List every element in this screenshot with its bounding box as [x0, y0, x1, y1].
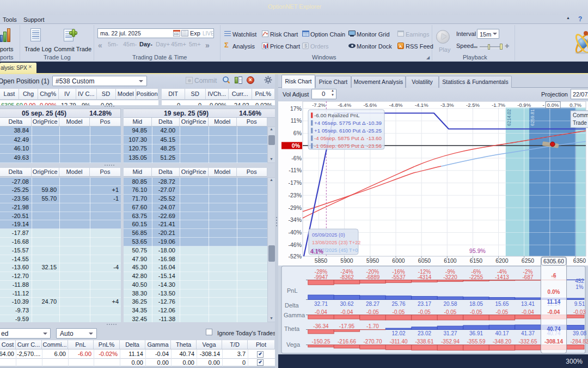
svg-text:-17.95: -17.95 [339, 323, 355, 329]
svg-text:-332.65: -332.65 [519, 339, 537, 345]
svg-text:-1.7%: -1.7% [492, 102, 505, 108]
svg-text:-4.8%: -4.8% [389, 102, 403, 108]
svg-text:9.51: 9.51 [574, 301, 585, 307]
svg-text:-29%: -29% [288, 204, 302, 211]
svg-text:-40%: -40% [288, 229, 302, 236]
svg-text:452: 452 [575, 278, 584, 284]
svg-text:Vega: Vega [286, 341, 301, 348]
svg-text:6000: 6000 [392, 257, 405, 264]
svg-text:-1.70: -1.70 [366, 323, 379, 329]
svg-text:-311.40: -311.40 [389, 339, 408, 345]
svg-text:-3220: -3220 [443, 274, 457, 280]
svg-text:-4 05sep. 5875 Put Δ: -4 05sep. 5875 Put Δ [314, 135, 365, 141]
svg-text:-6.4%: -6.4% [338, 102, 351, 108]
svg-text:30.62: 30.62 [340, 301, 353, 307]
svg-text:6214.02: 6214.02 [506, 109, 512, 126]
svg-text:-25.25: -25.25 [366, 128, 382, 134]
svg-text:-23%: -23% [288, 192, 302, 198]
svg-text:Trade: Trade [573, 120, 587, 126]
svg-text:-2.5%: -2.5% [466, 102, 480, 108]
svg-text:0.0%: 0.0% [547, 102, 559, 108]
svg-text:-0.04: -0.04 [548, 309, 560, 315]
svg-text:11.14: 11.14 [547, 299, 561, 305]
svg-text:4.1%: 4.1% [310, 248, 324, 255]
svg-text:-17%: -17% [288, 179, 302, 186]
svg-text:-6.00 Realized PnL: -6.00 Realized PnL [314, 112, 360, 118]
svg-text:-10.39: -10.39 [366, 120, 382, 126]
svg-text:6%: 6% [293, 130, 302, 136]
svg-text:-2255: -2255 [469, 274, 483, 280]
svg-text:PnL: PnL [287, 287, 298, 294]
svg-text:+4 05sep. 5775 Put Δ: +4 05sep. 5775 Put Δ [314, 120, 366, 126]
svg-text:-0.05: -0.05 [470, 309, 482, 315]
svg-text:Delta: Delta [285, 302, 299, 309]
svg-text:39.08: 39.08 [573, 330, 586, 336]
svg-text:0%: 0% [292, 142, 301, 149]
svg-text:-0.04: -0.04 [341, 309, 353, 315]
svg-text:Gamma: Gamma [284, 312, 305, 318]
svg-text:Theta: Theta [284, 325, 300, 332]
svg-text:-6%: -6% [291, 155, 302, 161]
svg-text:Comm: Comm [573, 112, 588, 118]
svg-text:95.9%: 95.9% [469, 248, 486, 254]
svg-text:13/08/2025 (23) T+22: 13/08/2025 (23) T+22 [312, 240, 361, 245]
svg-text:-0.05: -0.05 [496, 309, 509, 315]
svg-text:-36.34: -36.34 [313, 323, 329, 329]
svg-text:-284.83: -284.83 [571, 339, 588, 345]
svg-text:1%: 1% [575, 284, 584, 290]
svg-text:-52%: -52% [288, 253, 302, 260]
svg-text:13.41: 13.41 [521, 301, 535, 307]
svg-text:-46%: -46% [288, 242, 302, 248]
svg-text:-0.05: -0.05 [393, 309, 405, 315]
svg-text:-34%: -34% [288, 216, 302, 223]
svg-text:-687: -687 [522, 274, 533, 280]
svg-text:31.27: 31.27 [443, 330, 457, 336]
svg-text:-338.61: -338.61 [415, 339, 434, 345]
svg-text:-4314: -4314 [418, 274, 432, 280]
svg-text:-5537: -5537 [391, 274, 406, 280]
svg-text:18.05: 18.05 [469, 301, 483, 307]
svg-text:40.74: 40.74 [547, 326, 560, 332]
svg-text:-8362: -8362 [340, 274, 354, 280]
svg-text:-4.1%: -4.1% [415, 102, 428, 108]
svg-text:-308.14: -308.14 [544, 339, 563, 345]
svg-text:-0.04: -0.04 [522, 309, 534, 315]
svg-text:-0.03: -0.03 [573, 309, 586, 315]
svg-text:17%: 17% [290, 105, 302, 112]
svg-text:6259.81: 6259.81 [530, 109, 535, 126]
svg-text:5900: 5900 [340, 257, 353, 264]
svg-text:32.71: 32.71 [314, 301, 328, 307]
svg-text:-0.04: -0.04 [315, 309, 327, 315]
svg-text:0.7%: 0.7% [569, 102, 581, 108]
svg-text:28.27: 28.27 [366, 301, 379, 307]
svg-text:-348.20: -348.20 [493, 339, 511, 345]
svg-text:-216.66: -216.66 [338, 339, 356, 345]
svg-text:-0.05: -0.05 [418, 309, 431, 315]
svg-text:-6889: -6889 [366, 274, 380, 280]
svg-text:11%: 11% [291, 117, 302, 124]
svg-text:+1 05sep. 6100 Put Δ: +1 05sep. 6100 Put Δ [314, 128, 366, 134]
svg-text:15.65: 15.65 [495, 301, 509, 307]
svg-text:23.17: 23.17 [418, 301, 431, 307]
svg-text:05/09/2025 (0): 05/09/2025 (0) [312, 232, 345, 238]
svg-text:-1413: -1413 [495, 274, 509, 280]
svg-text:6250: 6250 [522, 257, 535, 264]
svg-text:36.91: 36.91 [469, 330, 483, 336]
svg-text:-13.60: -13.60 [366, 135, 382, 141]
svg-text:-270.70: -270.70 [364, 339, 382, 345]
svg-text:20.58: 20.58 [443, 301, 457, 307]
svg-text:-: - [543, 102, 544, 108]
svg-text:23.02: 23.02 [418, 330, 431, 336]
svg-text:6050: 6050 [418, 257, 431, 264]
svg-text:-9947: -9947 [314, 274, 328, 280]
svg-text:-23.56: -23.56 [366, 143, 382, 149]
svg-text:41.37: 41.37 [521, 330, 535, 336]
svg-text:-1 05sep. 6075 Put Δ: -1 05sep. 6075 Put Δ [314, 143, 365, 149]
svg-text:5950: 5950 [366, 257, 379, 264]
svg-text:40.17: 40.17 [495, 330, 509, 336]
svg-text:6150: 6150 [470, 257, 483, 264]
svg-text:-0.9%: -0.9% [517, 102, 531, 108]
svg-text:-0.05: -0.05 [444, 309, 457, 315]
svg-text:6305.60: 6305.60 [543, 258, 564, 264]
svg-text:6100: 6100 [444, 257, 457, 264]
